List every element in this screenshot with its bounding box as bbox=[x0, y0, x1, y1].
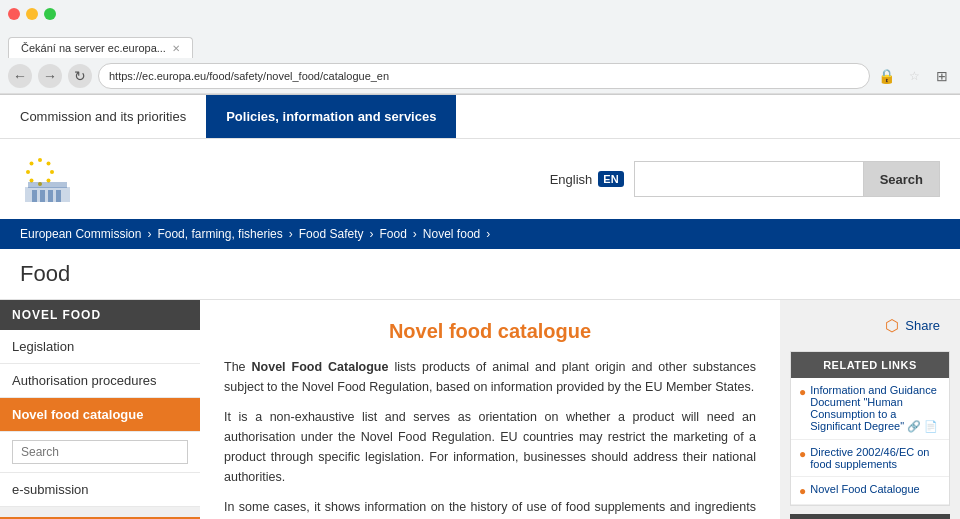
svg-rect-12 bbox=[48, 190, 53, 202]
sidebar-item-authorisation[interactable]: Authorisation procedures bbox=[0, 364, 200, 398]
quick-links-button[interactable]: QUICK LINKS bbox=[790, 514, 950, 519]
related-link-1-anchor[interactable]: ● Information and Guidance Document "Hum… bbox=[799, 384, 941, 433]
forward-button[interactable]: → bbox=[38, 64, 62, 88]
share-icon: ⬡ bbox=[885, 316, 899, 335]
browser-tab-active[interactable]: Čekání na server ec.europa... ✕ bbox=[8, 37, 193, 58]
search-button[interactable]: Search bbox=[864, 161, 940, 197]
content-paragraph-3: In some cases, it shows information on t… bbox=[224, 497, 756, 519]
svg-point-5 bbox=[30, 178, 34, 182]
related-link-2-anchor[interactable]: ● Directive 2002/46/EC on food supplemen… bbox=[799, 446, 941, 470]
breadcrumb-food-farming[interactable]: Food, farming, fisheries bbox=[157, 227, 282, 241]
content-text: The Novel Food Catalogue lists products … bbox=[224, 357, 756, 519]
browser-tab-bar: Čekání na server ec.europa... ✕ bbox=[0, 28, 960, 58]
top-navigation: Commission and its priorities Policies, … bbox=[0, 95, 960, 139]
breadcrumb: European Commission › Food, farming, fis… bbox=[0, 219, 960, 249]
right-sidebar: ⬡ Share RELATED LINKS ● Information and … bbox=[780, 300, 960, 519]
eu-logo bbox=[20, 152, 90, 207]
related-link-3-anchor[interactable]: ● Novel Food Catalogue bbox=[799, 483, 941, 498]
related-link-3-text: Novel Food Catalogue bbox=[810, 483, 919, 495]
sidebar-item-catalogue[interactable]: Novel food catalogue bbox=[0, 398, 200, 432]
link-bullet-3: ● bbox=[799, 484, 806, 498]
tab-title: Čekání na server ec.europa... bbox=[21, 42, 166, 54]
related-link-2-text: Directive 2002/46/EC on food supplements bbox=[810, 446, 941, 470]
nav-policies[interactable]: Policies, information and services bbox=[206, 95, 456, 138]
main-content: NOVEL FOOD Legislation Authorisation pro… bbox=[0, 300, 960, 519]
lang-badge: EN bbox=[598, 171, 623, 187]
related-link-2: ● Directive 2002/46/EC on food supplemen… bbox=[791, 440, 949, 477]
star-icon[interactable]: ☆ bbox=[904, 66, 924, 86]
svg-point-0 bbox=[38, 158, 42, 162]
svg-point-3 bbox=[47, 178, 51, 182]
sidebar-search-input[interactable] bbox=[12, 440, 188, 464]
nav-commission[interactable]: Commission and its priorities bbox=[0, 95, 206, 138]
link-bullet-2: ● bbox=[799, 447, 806, 461]
reload-button[interactable]: ↻ bbox=[68, 64, 92, 88]
breadcrumb-sep-5: › bbox=[486, 227, 490, 241]
sidebar-search-box bbox=[0, 432, 200, 473]
breadcrumb-sep-2: › bbox=[289, 227, 293, 241]
breadcrumb-food-safety[interactable]: Food Safety bbox=[299, 227, 364, 241]
site-logo[interactable] bbox=[20, 152, 90, 207]
link-bullet-1: ● bbox=[799, 385, 806, 399]
content-title: Novel food catalogue bbox=[224, 320, 756, 343]
share-button[interactable]: ⬡ Share bbox=[875, 310, 950, 341]
content-area: Novel food catalogue The Novel Food Cata… bbox=[200, 300, 780, 519]
svg-rect-13 bbox=[56, 190, 61, 202]
breadcrumb-sep-1: › bbox=[147, 227, 151, 241]
site-header: English EN Search bbox=[0, 139, 960, 219]
search-input[interactable] bbox=[634, 161, 864, 197]
search-box: Search bbox=[634, 161, 940, 197]
content-bold: Novel Food Catalogue bbox=[252, 360, 389, 374]
browser-titlebar bbox=[0, 0, 960, 28]
related-link-1-text: Information and Guidance Document "Human… bbox=[810, 384, 941, 433]
bookmark-icon[interactable]: ⊞ bbox=[932, 66, 952, 86]
breadcrumb-sep-4: › bbox=[413, 227, 417, 241]
back-button[interactable]: ← bbox=[8, 64, 32, 88]
content-paragraph-2: It is a non-exhaustive list and serves a… bbox=[224, 407, 756, 487]
svg-point-1 bbox=[47, 161, 51, 165]
minimize-btn[interactable] bbox=[26, 8, 38, 20]
breadcrumb-food[interactable]: Food bbox=[380, 227, 407, 241]
page-title: Food bbox=[20, 261, 940, 287]
svg-rect-9 bbox=[28, 182, 67, 188]
sidebar-item-legislation[interactable]: Legislation bbox=[0, 330, 200, 364]
address-input[interactable] bbox=[98, 63, 870, 89]
lang-label: English bbox=[550, 172, 593, 187]
breadcrumb-sep-3: › bbox=[370, 227, 374, 241]
share-label: Share bbox=[905, 318, 940, 333]
maximize-btn[interactable] bbox=[44, 8, 56, 20]
page-title-section: Food bbox=[0, 249, 960, 300]
browser-chrome: Čekání na server ec.europa... ✕ ← → ↻ 🔒 … bbox=[0, 0, 960, 95]
svg-rect-10 bbox=[32, 190, 37, 202]
lock-icon: 🔒 bbox=[876, 66, 896, 86]
browser-icons: 🔒 ☆ ⊞ bbox=[876, 66, 952, 86]
language-selector[interactable]: English EN bbox=[550, 171, 624, 187]
browser-address-bar: ← → ↻ 🔒 ☆ ⊞ bbox=[0, 58, 960, 94]
svg-rect-8 bbox=[25, 187, 70, 202]
sidebar-section-title: NOVEL FOOD bbox=[0, 300, 200, 330]
related-links-box: RELATED LINKS ● Information and Guidance… bbox=[790, 351, 950, 506]
tab-close-icon[interactable]: ✕ bbox=[172, 43, 180, 54]
related-link-3: ● Novel Food Catalogue bbox=[791, 477, 949, 505]
header-right: English EN Search bbox=[550, 161, 940, 197]
svg-point-6 bbox=[26, 170, 30, 174]
content-paragraph-1: The Novel Food Catalogue lists products … bbox=[224, 357, 756, 397]
svg-point-7 bbox=[30, 161, 34, 165]
sidebar: NOVEL FOOD Legislation Authorisation pro… bbox=[0, 300, 200, 519]
breadcrumb-ec[interactable]: European Commission bbox=[20, 227, 141, 241]
related-link-1: ● Information and Guidance Document "Hum… bbox=[791, 378, 949, 440]
related-links-header: RELATED LINKS bbox=[791, 352, 949, 378]
svg-rect-11 bbox=[40, 190, 45, 202]
sidebar-item-esubmission[interactable]: e-submission bbox=[0, 473, 200, 507]
breadcrumb-novel-food: Novel food bbox=[423, 227, 480, 241]
close-btn[interactable] bbox=[8, 8, 20, 20]
svg-point-2 bbox=[50, 170, 54, 174]
sidebar-menu: Legislation Authorisation procedures Nov… bbox=[0, 330, 200, 507]
